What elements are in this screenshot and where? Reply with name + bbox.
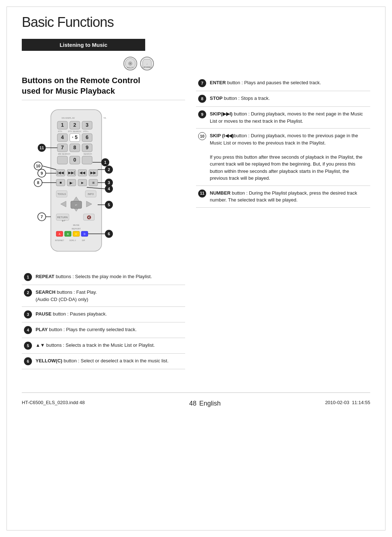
svg-text:5: 5 [108, 203, 110, 207]
svg-text:1: 1 [61, 122, 64, 128]
desc-7-text: ENTER button : Plays and pauses the sele… [208, 76, 370, 91]
svg-text:· 5: · 5 [72, 134, 78, 140]
svg-text:▶▶: ▶▶ [90, 171, 96, 175]
num-7: 7 [198, 79, 206, 87]
desc-2-text: SEARCH buttons : Fast Play.(Audio CD (CD… [33, 285, 185, 307]
page-number-block: 48 English [189, 396, 221, 408]
svg-text:7: 7 [41, 215, 43, 219]
num-3: 3 [24, 310, 32, 318]
desc-row-1: 1 REPEAT buttons : Selects the play mode… [22, 269, 185, 285]
desc-row-9: 9 SKIP(▶▶I) button : During playback, mo… [196, 107, 370, 129]
bottom-right-empty [196, 269, 370, 378]
svg-text:▶: ▶ [81, 181, 84, 184]
svg-text:TA: TA [103, 117, 106, 119]
footer-file: HT-C6500_ELS_0203.indd 48 [22, 400, 85, 405]
svg-text:▶·: ▶· [70, 181, 74, 185]
right-desc-table: 7 ENTER button : Plays and pauses the se… [196, 76, 370, 208]
svg-text:PTY SEARCH: PTY SEARCH [68, 130, 81, 133]
svg-text:9: 9 [86, 145, 89, 150]
svg-text:MN SEARCH: MN SEARCH [58, 153, 70, 155]
desc-4-text: PLAY button : Plays the currently select… [33, 322, 185, 338]
svg-text:10: 10 [36, 164, 40, 168]
footer: HT-C6500_ELS_0203.indd 48 48 English 201… [22, 392, 370, 408]
desc-5-text: ▲▼ buttons : Selects a track in the Musi… [33, 338, 185, 354]
num-6: 6 [24, 357, 32, 365]
num-9: 9 [198, 110, 206, 118]
svg-text:D: D [83, 233, 85, 235]
remote-svg: DS DISPL AV TA 1 2 3 PTY- PTY SEARCH PTY… [22, 106, 131, 259]
desc-row-3: 3 PAUSE button : Pauses playback. [22, 307, 185, 322]
bottom-section: 1 REPEAT buttons : Selects the play mode… [22, 269, 370, 378]
desc-row-11: 11 NUMBER button : During the Playlist p… [196, 186, 370, 207]
num-2: 2 [24, 289, 32, 297]
svg-text:DS DISPL AV: DS DISPL AV [62, 117, 75, 119]
svg-rect-35 [82, 156, 92, 164]
bottom-desc-table: 1 REPEAT buttons : Selects the play mode… [22, 269, 185, 369]
desc-9-text: SKIP(▶▶I) button : During playback, move… [208, 107, 370, 129]
svg-text:1: 1 [104, 160, 106, 164]
svg-text:DOPL II: DOPL II [69, 239, 76, 241]
svg-text:MP3/WMA: MP3/WMA [143, 66, 150, 68]
desc-10-text: SKIP (I◀◀)button : During playback, move… [208, 129, 370, 186]
svg-text:2: 2 [73, 122, 76, 128]
desc-row-5: 5 ▲▼ buttons : Selects a track in the Mu… [22, 338, 185, 354]
svg-text:C: C [75, 233, 77, 235]
svg-text:⊞: ⊞ [92, 181, 95, 184]
svg-text:INTERNET: INTERNET [55, 239, 64, 241]
svg-text:11: 11 [40, 146, 44, 150]
svg-text:9: 9 [41, 171, 43, 175]
num-1: 1 [24, 273, 32, 281]
svg-text:4: 4 [108, 187, 110, 191]
svg-text:REPORT: REPORT [72, 228, 81, 230]
bottom-left-descriptions: 1 REPEAT buttons : Selects the play mode… [22, 269, 185, 378]
svg-text:DIP: DIP [82, 239, 85, 241]
svg-text:2: 2 [108, 167, 110, 172]
page-number: 48 English [189, 396, 221, 408]
desc-8-text: STOP button : Stops a track. [208, 91, 370, 107]
desc-6-text: YELLOW(C) button : Select or deselect a … [33, 354, 185, 369]
desc-11-text: NUMBER button : During the Playlist play… [208, 186, 370, 207]
desc-row-6: 6 YELLOW(C) button : Select or deselect … [22, 354, 185, 369]
svg-text:🔇: 🔇 [87, 215, 91, 220]
audio-cd-icon: Audio CD [123, 57, 137, 70]
svg-text:|◀◀: |◀◀ [57, 171, 64, 175]
page-title: Basic Functions [22, 15, 370, 30]
section-banner: Listening to Music [22, 39, 145, 51]
svg-text:↵: ↵ [75, 204, 77, 206]
svg-text:B: B [67, 233, 69, 235]
svg-text:4: 4 [61, 134, 64, 140]
desc-3-text: PAUSE button : Pauses playback. [33, 307, 185, 322]
desc-row-8: 8 STOP button : Stops a track. [196, 91, 370, 107]
svg-text:MUSE: MUSE [73, 224, 79, 226]
svg-text:TOOLS: TOOLS [57, 193, 66, 195]
desc-1-text: REPEAT buttons : Selects the play mode i… [33, 269, 185, 285]
section-heading: Buttons on the Remote Control used for M… [22, 76, 185, 100]
svg-text:◀◀: ◀◀ [79, 171, 85, 175]
svg-text:SEARCH: SEARCH [83, 153, 92, 155]
svg-text:■: ■ [60, 180, 62, 184]
svg-text:6: 6 [86, 134, 89, 140]
svg-text:8: 8 [73, 145, 76, 150]
desc-row-10: 10 SKIP (I◀◀)button : During playback, m… [196, 129, 370, 186]
svg-text:3: 3 [108, 180, 110, 185]
svg-text:7: 7 [61, 145, 64, 150]
svg-text:↩: ↩ [62, 218, 65, 223]
svg-text:3: 3 [86, 122, 89, 128]
num-8: 8 [198, 95, 206, 103]
svg-text:8: 8 [37, 180, 39, 185]
num-4: 4 [24, 326, 32, 334]
desc-row-2: 2 SEARCH buttons : Fast Play.(Audio CD (… [22, 285, 185, 307]
svg-text:Audio CD: Audio CD [127, 66, 133, 68]
num-11: 11 [198, 190, 206, 198]
remote-control-diagram: DS DISPL AV TA 1 2 3 PTY- PTY SEARCH PTY… [22, 106, 174, 259]
num-10: 10 [198, 132, 206, 140]
svg-text:PTY-: PTY- [58, 130, 62, 133]
format-icons-row: Audio CD ♪ MP3/WMA [123, 57, 370, 70]
svg-text:PTY+: PTY+ [83, 130, 89, 133]
desc-row-7: 7 ENTER button : Plays and pauses the se… [196, 76, 370, 91]
svg-text:INFO: INFO [88, 193, 94, 195]
svg-text:▶▶|: ▶▶| [68, 171, 75, 175]
mp3-wma-icon: ♪ MP3/WMA [140, 57, 154, 70]
svg-text:A: A [59, 233, 61, 235]
svg-point-2 [130, 63, 131, 64]
